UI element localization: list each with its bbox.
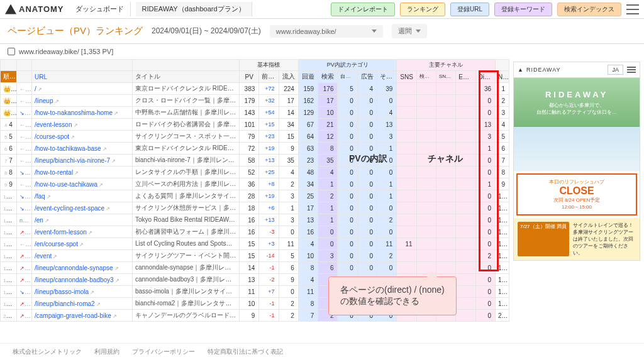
row-url[interactable]: /course-spot [32,131,133,143]
menu-icon[interactable] [626,4,639,14]
table-row[interactable]: 👑 2← 2/lineupクロス・ロードバイク一覧｜多摩川レンタサイクル｜RID… [1,95,509,107]
th-ad[interactable]: 広告 [357,71,377,83]
th-title[interactable]: タイトル [133,71,240,83]
period-select[interactable]: 週間 [392,24,427,38]
th-sns[interactable]: SNS [397,71,416,83]
caret-icon [416,30,421,33]
pill-keyword[interactable]: 登録キーワード [494,3,552,16]
logo[interactable]: ANATOMY [5,4,64,14]
th-url[interactable]: URL [32,71,133,83]
preview-menu-icon[interactable] [627,67,636,73]
table-row[interactable]: 12 12new/enTokyo Road Bike Rental RIDEAW… [1,214,509,226]
row-title: サイクリングツアー・イベント開催情報｜多摩川レンタサイ… [133,250,240,262]
row-url[interactable]: /en/course-spot [32,238,133,250]
app-header: ANATOMY ダッシュボード RIDEAWAY（dashboardプラン） ド… [0,0,644,19]
row-title: ロードバイク初心者講習会｜多摩川レンタサイクル｜RIDEA… [133,119,240,131]
notice-status: CLOSE [521,185,632,197]
row-title: よくある質問｜多摩川レンタサイクル｜RIDEAWAY [133,190,240,202]
th-group-pvcat: PV内訳カテゴリ [298,60,396,71]
row-url[interactable]: /event [32,250,133,262]
th-email[interactable]: Email [456,71,475,83]
row-url[interactable]: /lineup/basso-imola [32,286,133,298]
row-url[interactable]: /faq [32,190,133,202]
page-preview-panel: ▲RIDEAWAY JA RIDEAWAY 都心から近い多摩川で、 自然に触れる… [509,59,644,344]
th-prev[interactable]: 前週比 [259,71,279,83]
row-title: 東京ロードバイクレンタル RIDEAWAY｜多摩川サイクリン… [133,143,240,155]
preview-hero-sub2: 自然に触れるアクティブな休日を… [536,109,617,116]
table-row[interactable]: 6 6← 6/how-to-tachikawa-base東京ロードバイクレンタル… [1,143,509,155]
page-title: ページビュー（PV）ランキング [8,25,143,37]
footer-privacy[interactable]: プライバシーポリシー [132,347,195,356]
th-search[interactable]: 検索 [318,71,338,83]
page-preview: ▲RIDEAWAY JA RIDEAWAY 都心から近い多摩川で、 自然に触れる… [513,62,640,261]
row-url[interactable]: /lineup/cannondale-badboy3 [32,274,133,286]
th-kaiyu[interactable]: 回遊 [298,71,318,83]
th-group-basic: 基本指標 [240,60,299,71]
row-url[interactable]: /lineup/bianchi-via-nirone-7 [32,155,133,166]
breadcrumb: www.rideaway.bike/ [1,353 PV] [0,44,644,59]
row-url[interactable]: /event-lesson [32,119,133,131]
footer-law[interactable]: 特定商取引法に基づく表記 [208,347,283,356]
footer: 株式会社シンメトリック 利用規約 プライバシーポリシー 特定商取引法に基づく表記 [0,343,644,360]
table-row[interactable]: 10 10↘ 20/faqよくある質問｜多摩川レンタサイクル｜RIDEAWAY2… [1,190,509,202]
row-title: レンタサイクルの手順｜多摩川レンタサイクル｜RIDEAWAY [133,166,240,178]
th-rank[interactable]: 順位 [1,71,17,83]
row-title: 中野島ホーム店舗情報｜多摩川レンタサイクル｜RIDEAWAY [133,107,240,119]
row-url[interactable]: /how-to-tachikawa-base [32,143,133,155]
table-row[interactable]: 11 11↘ 15/event-cycling-rest-spaceサイクリング… [1,202,509,214]
preview-hero-title: RIDEAWAY [545,90,608,99]
row-title: 立川ベースの利用方法｜多摩川レンタサイクル｜RIDEAWAY [133,178,240,190]
tab-dashboard[interactable]: ダッシュボード [69,2,131,16]
th-pv[interactable]: PV [240,71,259,83]
row-url[interactable]: /lineup [32,95,133,107]
pill-domain-report[interactable]: ドメインレポート [331,3,395,16]
row-title: 東京ロードバイクレンタル RIDEAWAY｜多摩川サイクリン… [133,83,240,95]
pill-ranking[interactable]: ランキング [400,3,445,16]
lang-select[interactable]: JA [608,65,623,75]
th-organic[interactable]: 自然系 (検索外) [338,71,357,83]
row-url[interactable]: /event-cycling-rest-space [32,202,133,214]
table-row[interactable]: 13 13↗ 11/event-form-lesson初心者講習申込フォーム｜多… [1,226,509,238]
th-direct[interactable]: Direct [475,71,495,83]
caret-icon [372,30,377,33]
row-url[interactable]: /how-to-use-tachikawa [32,178,133,190]
subheader: ページビュー（PV）ランキング 2024/09/01(日) ~ 2024/09/… [0,19,644,44]
table-row[interactable]: 7 7← 7/lineup/bianchi-via-nirone-7bianch… [1,155,509,166]
row-url[interactable]: /en [32,214,133,226]
pill-url[interactable]: 登録URL [450,3,489,16]
footer-company: 株式会社シンメトリック [13,347,82,356]
info-date-badge: 7/27（土）開催 満員 [518,222,569,256]
row-title: 初心者講習申込フォーム｜多摩川レンタサイクル｜RIDEA… [133,226,240,238]
th-other[interactable]: その他 [377,71,397,83]
table-row[interactable]: 14 14← 14/en/course-spotList of Cycling … [1,238,509,250]
row-title: キャノンデールのグラベルロードバイクをレンタル開始！｜… [133,310,240,322]
tab-project[interactable]: RIDEAWAY（dashboardプラン） [136,2,252,16]
row-url[interactable]: /lineup/cannondale-synapse [32,262,133,274]
th-inflow[interactable]: 流入 [279,71,298,83]
row-url[interactable]: /how-to-rental [32,166,133,178]
table-row[interactable]: 5 5← 5/course-spotサイクリングコース・スポット一覧｜多摩川レン… [1,131,509,143]
row-url[interactable]: /how-to-nakanoshima-home [32,107,133,119]
row-url[interactable]: /event-form-lesson [32,226,133,238]
row-url[interactable]: /campaign-gravel-road-bike [32,310,133,322]
footer-terms[interactable]: 利用規約 [94,347,119,356]
pill-index[interactable]: 検索インデックス [557,3,621,16]
table-row[interactable]: 4 4← 4/event-lessonロードバイク初心者講習会｜多摩川レンタサイ… [1,119,509,131]
table-row[interactable]: 👑 3↘ 3/how-to-nakanoshima-home中野島ホーム店舗情報… [1,107,509,119]
table-row[interactable]: 9 9← 9/how-to-use-tachikawa立川ベースの利用方法｜多摩… [1,178,509,190]
domain-select[interactable]: www.rideaway.bike/ [270,25,383,38]
logo-icon [5,4,16,14]
row-url[interactable]: /lineup/bianchi-roma2 [32,298,133,310]
row-title: Tokyo Road Bike Rental RIDEAWAY｜Tama Riv… [133,214,240,226]
row-url[interactable]: / [32,83,133,95]
th-sns-ad[interactable]: SNS 広告 [436,71,455,83]
table-row[interactable]: 15 15↗ 8/eventサイクリングツアー・イベント開催情報｜多摩川レンタサ… [1,250,509,262]
period-select-value: 週間 [398,26,412,36]
preview-info-strip: 7/27（土）開催 満員 サイクルトレインで巡る！多摩湖サイクリングツアーは終了… [514,218,640,260]
table-row[interactable]: 8 8↘ 10/how-to-rentalレンタサイクルの手順｜多摩川レンタサイ… [1,166,509,178]
row-title: bianchi-via-nirone-7｜多摩川レンタサイクル｜RIDEAWAY [133,155,240,166]
th-search-ad[interactable]: 検索 広告 [416,71,436,83]
table-row[interactable]: 👑 1← 1/東京ロードバイクレンタル RIDEAWAY｜多摩川サイクリン…38… [1,83,509,95]
th-no[interactable]: No. [496,71,509,83]
preview-hero: RIDEAWAY 都心から近い多摩川で、 自然に触れるアクティブな休日を… [514,78,640,127]
